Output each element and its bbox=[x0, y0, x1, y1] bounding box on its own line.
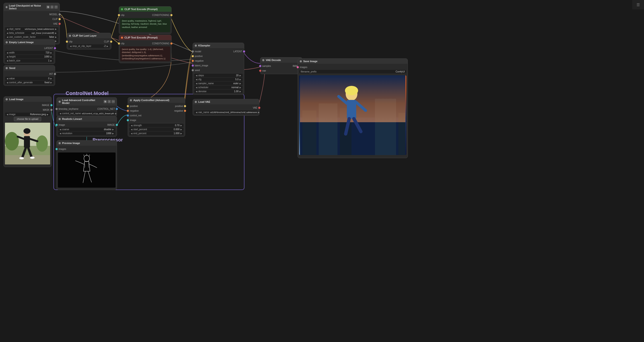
arrow-right-image[interactable]: ▶ bbox=[47, 113, 48, 116]
arrow-right-custom[interactable]: ▶ bbox=[55, 36, 57, 38]
acn-neg-in[interactable] bbox=[127, 110, 129, 112]
icon-info[interactable]: i bbox=[50, 6, 54, 9]
arrow-right-coarse[interactable]: ▶ bbox=[112, 128, 114, 131]
acn-neg-out[interactable] bbox=[184, 110, 186, 112]
arrow-left-denoise[interactable]: ◀ bbox=[196, 90, 197, 93]
arrow-left-ctrl[interactable]: ◀ bbox=[6, 81, 8, 84]
arrow-left-vae[interactable]: ◀ bbox=[196, 111, 197, 114]
arrow-right-cn[interactable]: ▶ bbox=[115, 112, 117, 115]
arrow-right-beta[interactable]: ▶ bbox=[55, 32, 57, 34]
acn-pos-in[interactable] bbox=[127, 105, 129, 107]
pi-images-in[interactable] bbox=[56, 148, 58, 150]
lacn-icon-1[interactable]: ⧉ bbox=[104, 100, 107, 103]
rl-image-out[interactable] bbox=[116, 124, 118, 126]
arrow-right-scale[interactable]: ▶ bbox=[55, 40, 57, 42]
clip-set-body: clip CLIP ◀ stop_at_clip_layer -2 ▶ bbox=[67, 38, 111, 49]
lacn-timestep-in[interactable] bbox=[56, 108, 58, 110]
arrow-left-res[interactable]: ◀ bbox=[60, 132, 61, 135]
load-checkpoint-header: Load Checkpoint w/ Noise Select ⧉ i ⋯ bbox=[4, 3, 60, 11]
rl-body: image IMAGE ◀ coarse disable ▶ ◀ resolut… bbox=[57, 122, 117, 137]
positive-prompt-text[interactable]: (best quality, masterpiece, highres) 1gi… bbox=[120, 18, 170, 32]
arrow-left-coarse[interactable]: ◀ bbox=[60, 128, 61, 131]
menu-icon[interactable]: ☰ bbox=[636, 3, 640, 7]
cond-port-pos-out[interactable] bbox=[170, 14, 172, 16]
arrow-right-batch[interactable]: ▶ bbox=[50, 60, 52, 62]
acn-image-in[interactable] bbox=[127, 119, 129, 121]
li-mask-out[interactable] bbox=[50, 109, 52, 111]
ks-model-in[interactable] bbox=[192, 51, 194, 53]
arrow-left-value[interactable]: ◀ bbox=[6, 77, 8, 80]
arrow-right-cfg[interactable]: ▶ bbox=[240, 78, 241, 81]
arrow-right-vae[interactable]: ▶ bbox=[258, 111, 260, 114]
top-bar: ☰ bbox=[632, 0, 644, 10]
int-port-out[interactable] bbox=[54, 73, 56, 75]
arrow-left-sampler[interactable]: ◀ bbox=[196, 82, 197, 85]
latent-port-out[interactable] bbox=[54, 47, 56, 49]
lacn-controlnet-out[interactable] bbox=[116, 108, 118, 110]
arrow-right-sampler[interactable]: ▶ bbox=[240, 82, 241, 85]
arrow-left-beta[interactable]: ◀ bbox=[6, 32, 8, 34]
output-image-svg bbox=[299, 75, 406, 155]
clip-port-out[interactable] bbox=[58, 18, 61, 20]
ks-latent-in[interactable] bbox=[192, 65, 194, 67]
rl-image-in[interactable] bbox=[56, 124, 58, 126]
input-clip-pos: clip CONDITIONING bbox=[119, 13, 171, 17]
clip-port-in[interactable] bbox=[66, 41, 68, 43]
ks-latent-out[interactable] bbox=[243, 51, 245, 53]
negative-prompt-text[interactable]: (worst quality, low quality: 1.4), (defo… bbox=[120, 47, 170, 61]
arrow-right-ctrl[interactable]: ▶ bbox=[50, 81, 52, 84]
acn-cn-in[interactable] bbox=[127, 115, 129, 117]
ks-seed-in[interactable] bbox=[192, 69, 194, 71]
arrow-right-denoise[interactable]: ▶ bbox=[240, 90, 241, 93]
clip-port-neg-in[interactable] bbox=[118, 43, 120, 45]
arrow-right-strength[interactable]: ▶ bbox=[180, 124, 182, 127]
arrow-right-width[interactable]: ▶ bbox=[50, 52, 52, 54]
arrow-left-start[interactable]: ◀ bbox=[131, 128, 132, 131]
vd-samples-in[interactable] bbox=[259, 65, 261, 67]
arrow-left-strength[interactable]: ◀ bbox=[131, 124, 132, 127]
arrow-left-batch[interactable]: ◀ bbox=[6, 60, 8, 62]
arrow-left-width[interactable]: ◀ bbox=[6, 52, 8, 54]
lv-vae-out[interactable] bbox=[258, 107, 260, 109]
icon-more[interactable]: ⋯ bbox=[54, 6, 58, 9]
arrow-left-steps[interactable]: ◀ bbox=[196, 74, 197, 77]
arrow-right-start[interactable]: ▶ bbox=[180, 128, 182, 131]
seed-title: Seed bbox=[9, 67, 15, 70]
acn-pos-out[interactable] bbox=[184, 105, 186, 107]
model-port[interactable] bbox=[58, 13, 61, 16]
arrow-right-end[interactable]: ▶ bbox=[180, 132, 182, 135]
arrow-left-sched[interactable]: ◀ bbox=[196, 86, 197, 89]
arrow-right-ckpt[interactable]: ▶ bbox=[55, 28, 57, 30]
save-image-body: images filename_prefix ComfyUI bbox=[298, 64, 408, 158]
clip-port-pos-in[interactable] bbox=[118, 14, 120, 16]
choose-file-button[interactable]: choose file to upload bbox=[14, 117, 42, 121]
clip-port-out-2[interactable] bbox=[110, 41, 112, 43]
arrow-right-sched[interactable]: ▶ bbox=[240, 86, 241, 89]
arrow-left-height[interactable]: ◀ bbox=[6, 56, 8, 58]
arrow-left-image[interactable]: ◀ bbox=[6, 113, 8, 116]
lacn-icon-3[interactable]: ⋯ bbox=[112, 100, 115, 103]
arrow-right-value[interactable]: ▶ bbox=[50, 77, 52, 80]
ks-neg-in[interactable] bbox=[192, 60, 194, 62]
vae-port-out[interactable] bbox=[58, 23, 61, 25]
arrow-right-stop[interactable]: ▶ bbox=[107, 45, 108, 47]
li-image-out[interactable] bbox=[50, 104, 52, 106]
rl-dot bbox=[58, 118, 61, 120]
arrow-left-end[interactable]: ◀ bbox=[131, 132, 132, 135]
arrow-left-cn[interactable]: ◀ bbox=[60, 112, 61, 115]
field-start-percent: ◀ start_percent 0.000 ▶ bbox=[129, 128, 184, 131]
icon-copy[interactable]: ⧉ bbox=[46, 6, 50, 9]
arrow-left-ckpt[interactable]: ◀ bbox=[6, 28, 8, 30]
arrow-left-cfg[interactable]: ◀ bbox=[196, 78, 197, 81]
field-ckpt-name: ◀ ckpt_name sd1/toonyou_beta6.safetensor… bbox=[5, 27, 58, 31]
arrow-right-res[interactable]: ▶ bbox=[112, 132, 114, 135]
arrow-right-steps[interactable]: ▶ bbox=[240, 74, 241, 77]
arrow-right-height[interactable]: ▶ bbox=[50, 56, 52, 58]
arrow-left-stop[interactable]: ◀ bbox=[70, 45, 72, 47]
ks-pos-in[interactable] bbox=[192, 55, 194, 57]
arrow-left-custom[interactable]: ◀ bbox=[6, 36, 8, 38]
lacn-icon-2[interactable]: i bbox=[108, 100, 111, 103]
cond-port-neg-out[interactable] bbox=[170, 43, 172, 45]
vd-vae-in[interactable] bbox=[259, 70, 261, 72]
si-images-in[interactable] bbox=[297, 66, 299, 68]
